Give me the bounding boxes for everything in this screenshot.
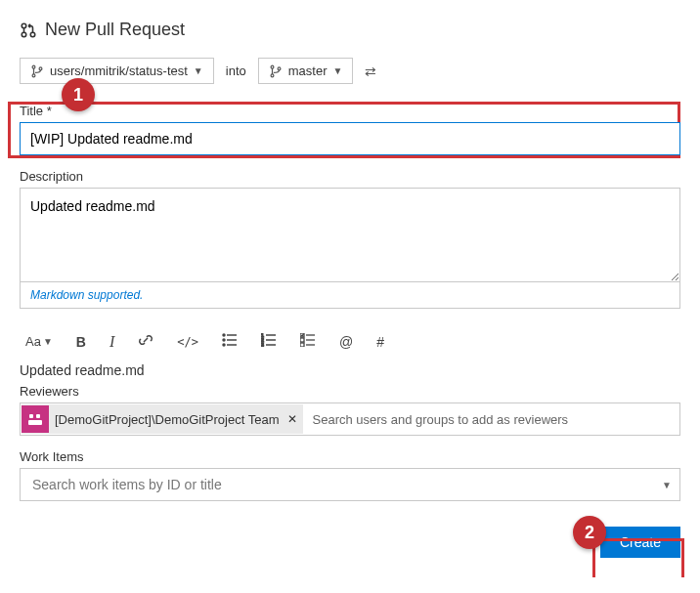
svg-rect-27 bbox=[29, 414, 33, 418]
source-branch-label: users/mmitrik/status-test bbox=[50, 64, 188, 78]
reviewers-field[interactable]: [DemoGitProject]\DemoGitProject Team ✕ bbox=[20, 402, 680, 436]
svg-point-7 bbox=[271, 73, 274, 76]
workitems-search-input[interactable] bbox=[30, 476, 662, 493]
hashtag-button[interactable]: # bbox=[376, 334, 384, 350]
unordered-list-button[interactable] bbox=[222, 333, 238, 350]
reviewers-label: Reviewers bbox=[20, 384, 680, 399]
reviewer-chip-label: [DemoGitProject]\DemoGitProject Team bbox=[55, 412, 280, 427]
description-preview: Updated readme.md bbox=[20, 362, 680, 378]
title-input[interactable] bbox=[20, 122, 680, 155]
chevron-down-icon: ▼ bbox=[662, 480, 672, 490]
svg-point-13 bbox=[223, 344, 225, 346]
pull-request-icon bbox=[20, 21, 37, 39]
description-textarea[interactable]: Updated readme.md bbox=[21, 189, 679, 281]
italic-button[interactable]: I bbox=[109, 333, 114, 351]
font-size-button[interactable]: Aa▼ bbox=[25, 334, 53, 349]
callout-badge-1: 1 bbox=[62, 78, 95, 111]
svg-point-4 bbox=[32, 73, 35, 76]
formatting-toolbar: Aa▼ B I </> 123 @ # bbox=[20, 322, 680, 362]
svg-point-6 bbox=[271, 65, 274, 68]
svg-point-9 bbox=[223, 334, 225, 336]
page-title: New Pull Request bbox=[45, 20, 185, 40]
svg-point-2 bbox=[30, 32, 35, 37]
svg-rect-25 bbox=[300, 343, 304, 347]
code-button[interactable]: </> bbox=[177, 335, 198, 349]
svg-rect-23 bbox=[300, 338, 304, 342]
bold-button[interactable]: B bbox=[76, 334, 86, 350]
callout-badge-2: 2 bbox=[573, 516, 606, 549]
svg-point-0 bbox=[22, 23, 26, 28]
workitems-label: Work Items bbox=[20, 449, 680, 464]
remove-reviewer-icon[interactable]: ✕ bbox=[287, 412, 297, 426]
source-branch-selector[interactable]: users/mmitrik/status-test ▼ bbox=[20, 58, 214, 84]
ordered-list-button[interactable]: 123 bbox=[261, 333, 277, 350]
markdown-supported-link[interactable]: Markdown supported. bbox=[30, 288, 143, 302]
description-label: Description bbox=[20, 169, 680, 184]
into-label: into bbox=[226, 64, 246, 78]
svg-text:3: 3 bbox=[261, 342, 264, 347]
checklist-button[interactable] bbox=[300, 333, 316, 350]
target-branch-selector[interactable]: master ▼ bbox=[258, 58, 354, 84]
team-avatar-icon bbox=[22, 405, 49, 433]
svg-point-1 bbox=[22, 32, 26, 37]
chevron-down-icon: ▼ bbox=[194, 65, 203, 76]
svg-point-11 bbox=[223, 339, 225, 341]
svg-point-3 bbox=[32, 65, 35, 68]
mention-button[interactable]: @ bbox=[339, 334, 353, 350]
swap-branches-icon[interactable]: ⇄ bbox=[365, 64, 376, 79]
reviewers-search-input[interactable] bbox=[309, 406, 680, 433]
link-button[interactable] bbox=[138, 332, 153, 351]
svg-rect-29 bbox=[28, 420, 42, 425]
title-label: Title * bbox=[20, 104, 680, 118]
svg-rect-28 bbox=[36, 414, 40, 418]
svg-point-5 bbox=[39, 66, 42, 69]
create-button[interactable]: Create bbox=[600, 527, 680, 558]
workitems-field[interactable]: ▼ bbox=[20, 468, 680, 501]
svg-point-8 bbox=[278, 66, 281, 69]
chevron-down-icon: ▼ bbox=[332, 65, 342, 76]
target-branch-label: master bbox=[288, 64, 328, 78]
reviewer-chip: [DemoGitProject]\DemoGitProject Team ✕ bbox=[22, 404, 303, 434]
